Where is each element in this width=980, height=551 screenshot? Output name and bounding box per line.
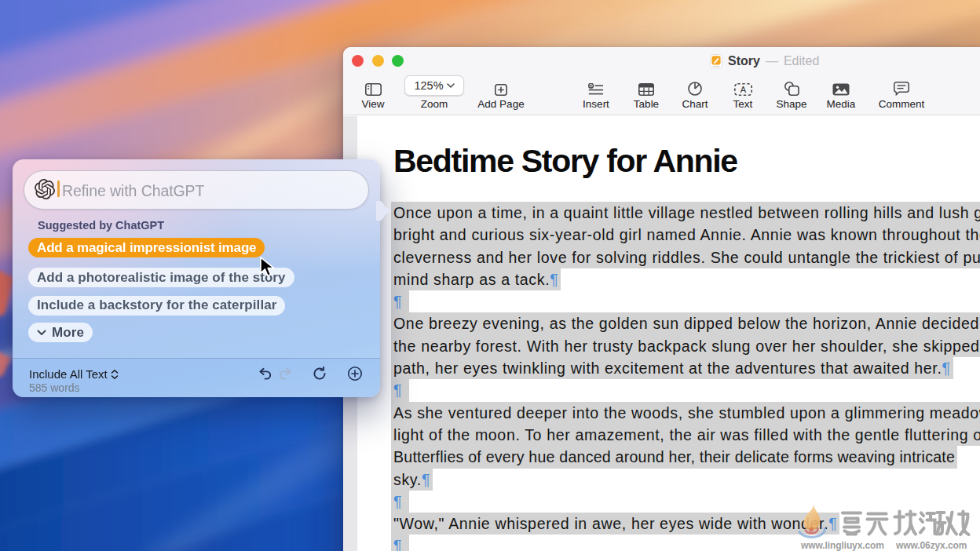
svg-text:A: A xyxy=(740,85,746,94)
